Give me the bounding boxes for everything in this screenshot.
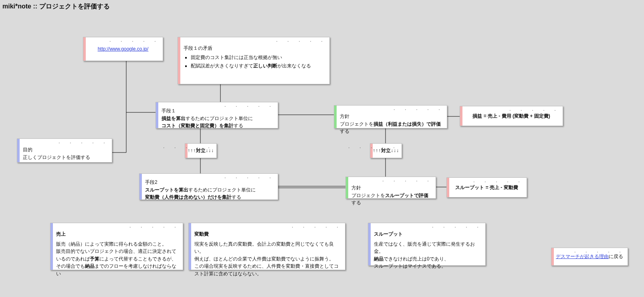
- contradiction-list: 固定費のコスト集計には正当な根拠が無い 配賦誤差が大きくなりすぎて正しい判断が出…: [184, 54, 325, 70]
- node-dots: . . . . .: [129, 224, 180, 228]
- node-sales: . . . . . 売上 販売（納品）によって実際に得られる金額のこと。 販売目…: [50, 223, 183, 270]
- node-formula-1: . . . . . 損益 = 売上 - 費用 (変動費 + 固定費): [460, 106, 563, 126]
- throughput-line3: スループットはマイナスである。: [374, 262, 481, 270]
- means1-label: 手段１: [162, 107, 274, 115]
- node-means-2: . . . . . 手段2 スループットを算出するためにプロジェクト単位に 変動…: [139, 173, 278, 200]
- stripe: [189, 223, 191, 270]
- formula1-text: 損益 = 売上 - 費用 (変動費 + 固定費): [472, 112, 550, 120]
- means2-line1: スループットを算出するためにプロジェクト単位に: [145, 186, 274, 194]
- node-dots: . . . . .: [393, 106, 444, 111]
- node-throughput: . . . . . スループット 生産ではなく、販売を通じて実際に発生するお金。…: [368, 223, 486, 266]
- node-contradiction: . . . . . 手段１の矛盾 固定費のコスト集計には正当な根拠が無い 配賦誤…: [178, 37, 330, 84]
- node-conflict-2: . . . . . ↑↑↑対立↓↓↓: [370, 143, 402, 158]
- goal-label: 目的: [23, 146, 108, 154]
- node-variable-cost: . . . . . 変動費 現実を反映した真の変動費。会計上の変動費と同じでなく…: [188, 223, 345, 270]
- policy1-label: 方針: [340, 113, 443, 120]
- node-means-1: . . . . . 手段１ 損益を算出するためにプロジェクト単位に コスト（変動…: [155, 102, 278, 128]
- throughput-title: スループット: [374, 231, 403, 237]
- external-link[interactable]: http://www.google.co.jp/: [98, 45, 149, 53]
- formula2-text: スループット = 売上 - 変動費: [455, 184, 518, 191]
- stripe: [346, 177, 348, 198]
- throughput-line2: 納品できなければ売上は0であり、: [374, 255, 481, 263]
- node-dots: . . . . .: [58, 140, 109, 144]
- node-conflict-1: . . . . . ↑↑↑対立↓↓↓: [185, 143, 217, 158]
- stripe: [368, 223, 371, 265]
- varcost-line3: この場合現実を反映するために、人件費を変動費・直接費としてコスト計算に含めてはな…: [194, 262, 341, 277]
- sales-title: 売上: [56, 231, 66, 237]
- node-external-link: . . . . . http://www.google.co.jp/: [83, 37, 163, 61]
- policy2-label: 方針: [351, 184, 432, 192]
- contradiction-item-2: 配賦誤差が大きくなりすぎて正しい判断が出来なくなる: [191, 62, 325, 70]
- back-link[interactable]: デスマーチが起きる理由: [556, 253, 609, 260]
- node-policy-1: . . . . . 方針 プロジェクトを損益（利益または損失）で評価する: [334, 105, 447, 128]
- stripe: [156, 102, 158, 128]
- varcost-line1: 現実を反映した真の変動費。会計上の変動費と同じでなくても良い。: [194, 240, 341, 255]
- node-back-link: . . . . . デスマーチが起きる理由に戻る: [551, 248, 628, 266]
- stripe: [17, 139, 20, 162]
- throughput-line1: 生産ではなく、販売を通じて実際に発生するお金。: [374, 240, 481, 255]
- sales-line1: 販売（納品）によって実際に得られる金額のこと。: [56, 240, 179, 248]
- stripe: [139, 174, 142, 199]
- stripe: [50, 223, 53, 270]
- contradiction-label: 手段１の矛盾: [184, 45, 325, 52]
- means2-line2: 変動費（人件費は含めない）だけを集計する: [145, 193, 274, 201]
- node-formula-2: . . . . . スループット = 売上 - 変動費: [446, 177, 527, 197]
- node-dots: . . . . .: [291, 224, 342, 228]
- means1-line2: コスト（変動費と固定費）を集計する: [162, 122, 274, 130]
- means2-label: 手段2: [145, 179, 274, 186]
- sales-line2: 販売目的でないプロジェクトの場合、適正に決定されているのであれば予算によって代替…: [56, 248, 179, 277]
- stripe: [334, 106, 337, 128]
- policy1-text: プロジェクトを損益（利益または損失）で評価する: [340, 120, 443, 135]
- node-dots: . . . . .: [276, 38, 326, 43]
- contradiction-item-1: 固定費のコスト集計には正当な根拠が無い: [191, 54, 325, 61]
- node-goal: . . . . . 目的 正しくプロジェクトを評価する: [17, 138, 112, 163]
- varcost-line2: 例えば、ほとんどの企業で人件費は変動費でないように振舞う。: [194, 255, 341, 263]
- node-policy-2: . . . . . 方針 プロジェクトをスループットで評価する: [345, 177, 436, 199]
- varcost-title: 変動費: [194, 231, 209, 237]
- policy2-text: プロジェクトをスループットで評価する: [351, 192, 432, 207]
- diagram-canvas: . . . . . http://www.google.co.jp/ . . .…: [0, 0, 644, 297]
- goal-text: 正しくプロジェクトを評価する: [23, 154, 108, 161]
- stripe: [178, 37, 180, 84]
- back-link-suffix: に戻る: [609, 253, 623, 260]
- node-dots: . . . . .: [432, 224, 482, 228]
- means1-line1: 損益を算出するためにプロジェクト単位に: [162, 115, 274, 122]
- node-dots: . . . . .: [382, 178, 432, 182]
